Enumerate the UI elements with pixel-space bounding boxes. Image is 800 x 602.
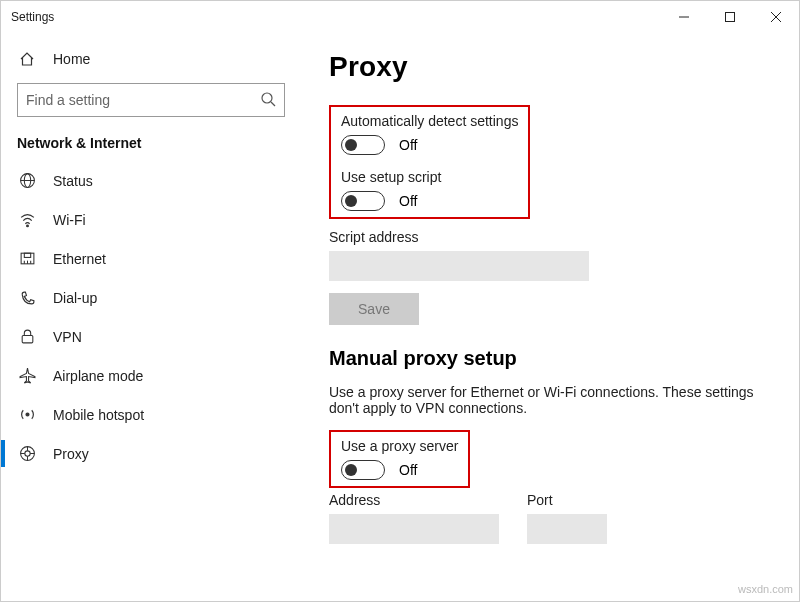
sidebar-item-label: Dial-up: [53, 290, 97, 306]
svg-point-9: [26, 225, 28, 227]
address-label: Address: [329, 492, 499, 508]
settings-window: Settings Home Find a setting: [0, 0, 800, 602]
sidebar-item-label: Wi-Fi: [53, 212, 86, 228]
svg-line-5: [271, 102, 275, 106]
use-proxy-label: Use a proxy server: [341, 438, 458, 454]
proxy-icon: [17, 445, 37, 462]
window-controls: [661, 1, 799, 33]
port-label: Port: [527, 492, 607, 508]
save-button[interactable]: Save: [329, 293, 419, 325]
page-title: Proxy: [329, 51, 771, 83]
window-title: Settings: [11, 10, 54, 24]
auto-detect-state: Off: [399, 137, 417, 153]
port-input[interactable]: [527, 514, 607, 544]
svg-rect-15: [22, 335, 33, 342]
sidebar-item-proxy[interactable]: Proxy: [1, 434, 301, 473]
manual-description: Use a proxy server for Ethernet or Wi-Fi…: [329, 384, 759, 416]
ethernet-icon: [17, 250, 37, 267]
section-title: Network & Internet: [1, 131, 301, 161]
script-address-label: Script address: [329, 229, 771, 245]
window-body: Home Find a setting Network & Internet S…: [1, 33, 799, 601]
script-address-input[interactable]: [329, 251, 589, 281]
airplane-icon: [17, 367, 37, 384]
setup-script-toggle[interactable]: [341, 191, 385, 211]
hotspot-icon: [17, 406, 37, 423]
svg-point-4: [262, 93, 272, 103]
search-placeholder: Find a setting: [26, 92, 260, 108]
sidebar: Home Find a setting Network & Internet S…: [1, 33, 301, 601]
sidebar-item-wifi[interactable]: Wi-Fi: [1, 200, 301, 239]
auto-detect-toggle[interactable]: [341, 135, 385, 155]
svg-point-16: [26, 413, 29, 416]
content-pane: Proxy Automatically detect settings Off …: [301, 33, 799, 601]
sidebar-item-label: Status: [53, 173, 93, 189]
sidebar-item-hotspot[interactable]: Mobile hotspot: [1, 395, 301, 434]
sidebar-item-label: Mobile hotspot: [53, 407, 144, 423]
sidebar-item-label: Ethernet: [53, 251, 106, 267]
svg-rect-11: [24, 253, 30, 257]
globe-icon: [17, 172, 37, 189]
highlight-box-auto: Automatically detect settings Off Use se…: [329, 105, 530, 219]
use-proxy-state: Off: [399, 462, 417, 478]
setup-script-state: Off: [399, 193, 417, 209]
watermark: wsxdn.com: [738, 583, 793, 595]
wifi-icon: [17, 211, 37, 228]
sidebar-item-airplane[interactable]: Airplane mode: [1, 356, 301, 395]
sidebar-item-ethernet[interactable]: Ethernet: [1, 239, 301, 278]
search-input[interactable]: Find a setting: [17, 83, 285, 117]
sidebar-item-dialup[interactable]: Dial-up: [1, 278, 301, 317]
vpn-icon: [17, 328, 37, 345]
address-input[interactable]: [329, 514, 499, 544]
setup-script-label: Use setup script: [341, 169, 518, 185]
sidebar-item-status[interactable]: Status: [1, 161, 301, 200]
manual-heading: Manual proxy setup: [329, 347, 771, 370]
close-button[interactable]: [753, 1, 799, 33]
highlight-box-manual: Use a proxy server Off: [329, 430, 470, 488]
svg-rect-1: [726, 13, 735, 22]
search-icon: [260, 91, 276, 110]
use-proxy-toggle[interactable]: [341, 460, 385, 480]
titlebar: Settings: [1, 1, 799, 33]
sidebar-item-label: Airplane mode: [53, 368, 143, 384]
minimize-button[interactable]: [661, 1, 707, 33]
home-button[interactable]: Home: [1, 41, 301, 77]
maximize-button[interactable]: [707, 1, 753, 33]
sidebar-item-label: VPN: [53, 329, 82, 345]
home-icon: [17, 51, 37, 67]
svg-point-18: [24, 451, 29, 456]
sidebar-item-label: Proxy: [53, 446, 89, 462]
sidebar-item-vpn[interactable]: VPN: [1, 317, 301, 356]
home-label: Home: [53, 51, 90, 67]
dialup-icon: [17, 289, 37, 306]
auto-detect-label: Automatically detect settings: [341, 113, 518, 129]
